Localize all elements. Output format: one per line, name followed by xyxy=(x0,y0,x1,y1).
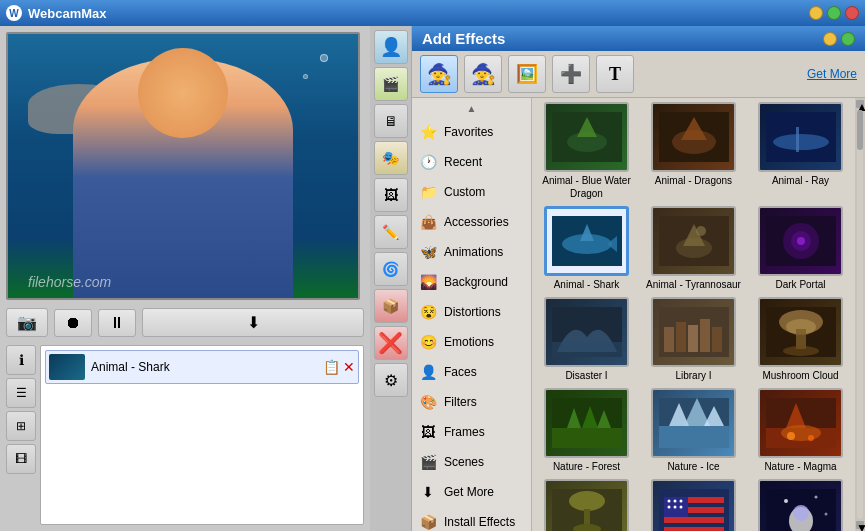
effects-maximize[interactable] xyxy=(841,32,855,46)
cat-recent-icon: 🕐 xyxy=(418,152,438,172)
cat-recent[interactable]: 🕐 Recent xyxy=(412,147,531,177)
playlist-delete-button[interactable]: ✕ xyxy=(343,359,355,375)
effect-shark[interactable]: Animal - Shark xyxy=(536,206,637,291)
cat-favorites-label: Favorites xyxy=(444,125,493,139)
toolbar-photo[interactable]: 🖼 xyxy=(374,178,408,212)
effect-thumb-dragon xyxy=(544,102,629,172)
effect-nature-forest[interactable]: Nature - Forest xyxy=(536,388,637,473)
svg-rect-40 xyxy=(659,426,729,448)
toolbar-brush[interactable]: ✏️ xyxy=(374,215,408,249)
cat-accessories[interactable]: 👜 Accessories xyxy=(412,207,531,237)
effect-thumb-astro xyxy=(758,479,843,531)
cat-recent-label: Recent xyxy=(444,155,482,169)
svg-point-60 xyxy=(667,500,670,503)
effect-thumb-shark xyxy=(544,206,629,276)
scroll-thumb[interactable] xyxy=(857,110,863,150)
effects-btn-add[interactable]: ➕ xyxy=(552,55,590,93)
cat-frames-icon: 🖼 xyxy=(418,422,438,442)
toolbar-monitor[interactable]: 🖥 xyxy=(374,104,408,138)
toolbar-mask[interactable]: 🎭 xyxy=(374,141,408,175)
app-title: WebcamMax xyxy=(28,6,107,21)
scroll-up-btn[interactable]: ▲ xyxy=(856,100,864,108)
cat-custom[interactable]: 📁 Custom xyxy=(412,177,531,207)
playlist-item[interactable]: Animal - Shark 📋 ✕ xyxy=(45,350,359,384)
cat-accessories-label: Accessories xyxy=(444,215,509,229)
svg-rect-26 xyxy=(688,325,698,352)
effect-dragons[interactable]: Animal - Dragons xyxy=(643,102,744,200)
cat-scenes-icon: 🎬 xyxy=(418,452,438,472)
window-controls xyxy=(809,6,859,20)
effects-grid-container: Animal - Blue Water Dragon Animal - Drag… xyxy=(532,98,855,531)
cat-animations[interactable]: 🦋 Animations xyxy=(412,237,531,267)
effect-label-forest: Nature - Forest xyxy=(553,460,620,473)
effects-minimize[interactable] xyxy=(823,32,837,46)
effect-thumb-mushroom xyxy=(758,297,843,367)
app-icon: W xyxy=(6,5,22,21)
effect-thumb-ray xyxy=(758,102,843,172)
cat-background-icon: 🌄 xyxy=(418,272,438,292)
cat-getmore[interactable]: ⬇ Get More xyxy=(412,477,531,507)
effect-nature-ice[interactable]: Nature - Ice xyxy=(643,388,744,473)
cat-faces[interactable]: 👤 Faces xyxy=(412,357,531,387)
cat-emotions[interactable]: 😊 Emotions xyxy=(412,327,531,357)
svg-point-72 xyxy=(793,505,809,521)
filmstrip-button[interactable]: 🎞 xyxy=(6,444,36,474)
info-button[interactable]: ℹ xyxy=(6,345,36,375)
cat-custom-icon: 📁 xyxy=(418,182,438,202)
effects-btn-hat[interactable]: 🧙 xyxy=(464,55,502,93)
effects-body: ▲ ⭐ Favorites 🕐 Recent 📁 Custom 👜 Access… xyxy=(412,98,865,531)
effect-label-darkportal: Dark Portal xyxy=(775,278,825,291)
toolbar-wand[interactable]: 🌀 xyxy=(374,252,408,286)
record-button[interactable]: ⏺ xyxy=(54,309,92,337)
effect-nature-magma[interactable]: Nature - Magma xyxy=(750,388,851,473)
playlist-thumb xyxy=(49,354,85,380)
main-container: filehorse.com 📷 ⏺ ⏸ ⬇ ℹ ☰ ⊞ 🎞 Animal - S… xyxy=(0,26,865,531)
effect-mushroom-cloud[interactable]: Mushroom Cloud xyxy=(750,297,851,382)
effect-tyrannosaur[interactable]: Animal - Tyrannosaur xyxy=(643,206,744,291)
effect-thumb-ice xyxy=(651,388,736,458)
cat-distortions[interactable]: 😵 Distortions xyxy=(412,297,531,327)
cat-custom-label: Custom xyxy=(444,185,485,199)
effect-label-magma: Nature - Magma xyxy=(764,460,836,473)
cat-faces-icon: 👤 xyxy=(418,362,438,382)
pause-button[interactable]: ⏸ xyxy=(98,309,136,337)
cat-filters[interactable]: 🎨 Filters xyxy=(412,387,531,417)
maximize-button[interactable] xyxy=(827,6,841,20)
cat-emotions-icon: 😊 xyxy=(418,332,438,352)
effect-label-mushroom: Mushroom Cloud xyxy=(762,369,838,382)
playlist-copy-button[interactable]: 📋 xyxy=(323,359,340,375)
effects-btn-image[interactable]: 🖼️ xyxy=(508,55,546,93)
cat-accessories-icon: 👜 xyxy=(418,212,438,232)
effect-library1[interactable]: Library I xyxy=(643,297,744,382)
cat-scenes[interactable]: 🎬 Scenes xyxy=(412,447,531,477)
toolbar-video[interactable]: 🎬 xyxy=(374,67,408,101)
effects-btn-text[interactable]: T xyxy=(596,55,634,93)
cat-frames[interactable]: 🖼 Frames xyxy=(412,417,531,447)
close-button[interactable] xyxy=(845,6,859,20)
grid-button[interactable]: ⊞ xyxy=(6,411,36,441)
effect-blue-water-dragon[interactable]: Animal - Blue Water Dragon xyxy=(536,102,637,200)
cat-background[interactable]: 🌄 Background xyxy=(412,267,531,297)
effect-dark-portal[interactable]: Dark Portal xyxy=(750,206,851,291)
minimize-button[interactable] xyxy=(809,6,823,20)
effect-nuke[interactable]: Nuclear I xyxy=(536,479,637,531)
svg-point-7 xyxy=(773,134,829,150)
svg-point-61 xyxy=(673,500,676,503)
download-button[interactable]: ⬇ xyxy=(142,308,364,337)
scroll-down-btn[interactable]: ▼ xyxy=(856,521,864,529)
cat-install[interactable]: 📦 Install Effects xyxy=(412,507,531,531)
toolbar-box[interactable]: 📦 xyxy=(374,289,408,323)
list-button[interactable]: ☰ xyxy=(6,378,36,408)
effect-disaster1[interactable]: Disaster I xyxy=(536,297,637,382)
snapshot-button[interactable]: 📷 xyxy=(6,308,48,337)
effect-ray[interactable]: Animal - Ray xyxy=(750,102,851,200)
get-more-link[interactable]: Get More xyxy=(807,67,857,81)
toolbar-gear[interactable]: ⚙ xyxy=(374,363,408,397)
effect-flag[interactable]: Flag - USA xyxy=(643,479,744,531)
toolbar-person[interactable]: 👤 xyxy=(374,30,408,64)
scrollbar[interactable]: ▲ ▼ xyxy=(855,98,865,531)
cat-favorites[interactable]: ⭐ Favorites xyxy=(412,117,531,147)
effects-btn-wand[interactable]: 🧙 xyxy=(420,55,458,93)
toolbar-error[interactable]: ❌ xyxy=(374,326,408,360)
effect-astronaut[interactable]: Space - Astronaut xyxy=(750,479,851,531)
